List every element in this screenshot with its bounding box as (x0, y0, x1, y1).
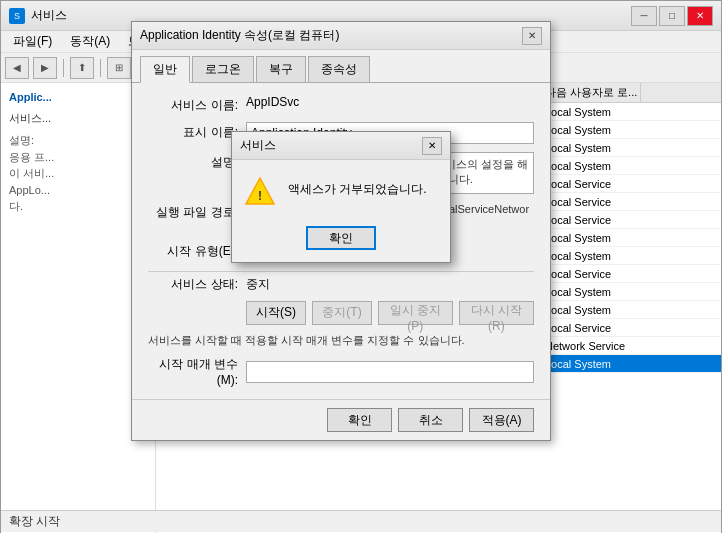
resume-button[interactable]: 다시 시작(R) (459, 301, 534, 325)
error-dialog: 서비스 ✕ ! 액세스가 거부되었습니다. 확인 (231, 131, 451, 263)
row-logon: Local System (541, 142, 641, 154)
forward-button[interactable]: ▶ (33, 57, 57, 79)
service-status-row: 서비스 상태: 중지 (148, 276, 534, 293)
up-button[interactable]: ⬆ (70, 57, 94, 79)
back-button[interactable]: ◀ (5, 57, 29, 79)
row-logon: Local Service (541, 268, 641, 280)
warning-icon: ! (244, 176, 276, 208)
toolbar-separator2 (100, 59, 101, 77)
left-panel-title: Applic... (9, 91, 147, 103)
service-status-value: 중지 (246, 276, 270, 293)
statusbar-text: 확장 시작 (9, 513, 60, 530)
apply-button[interactable]: 적용(A) (469, 408, 534, 432)
menu-file[interactable]: 파일(F) (5, 31, 60, 52)
error-message: 액세스가 거부되었습니다. (288, 176, 427, 198)
param-note: 서비스를 시작할 때 적용할 시작 매개 변수를 지정할 수 있습니다. (148, 333, 534, 348)
row-logon: Local System (541, 106, 641, 118)
pause-button[interactable]: 일시 중지(P) (378, 301, 453, 325)
row-logon: Local Service (541, 178, 641, 190)
error-dialog-title: 서비스 (240, 137, 276, 154)
divider (148, 271, 534, 272)
svg-text:!: ! (258, 189, 262, 203)
error-dialog-close[interactable]: ✕ (422, 137, 442, 155)
tab-general[interactable]: 일반 (140, 56, 190, 83)
display-name-label: 표시 이름: (148, 122, 238, 141)
properties-dialog-title: Application Identity 속성(로컬 컴퓨터) (140, 27, 339, 44)
start-params-label: 시작 매개 변수(M): (148, 356, 238, 387)
col-header-logon[interactable]: 다음 사용자로 로... (541, 83, 641, 102)
start-params-row: 시작 매개 변수(M): (148, 356, 534, 387)
start-params-input[interactable] (246, 361, 534, 383)
error-ok-button[interactable]: 확인 (306, 226, 376, 250)
row-logon: Local System (541, 358, 641, 370)
row-logon: Local Service (541, 214, 641, 226)
close-button[interactable]: ✕ (687, 6, 713, 26)
properties-dialog-titlebar: Application Identity 속성(로컬 컴퓨터) ✕ (132, 22, 550, 50)
left-panel-service-name: 서비스... (9, 111, 147, 126)
row-logon: Local System (541, 160, 641, 172)
row-logon: Local System (541, 286, 641, 298)
row-logon: Network Service (541, 340, 641, 352)
row-logon: Local Service (541, 196, 641, 208)
cancel-button[interactable]: 취소 (398, 408, 463, 432)
row-logon: Local System (541, 250, 641, 262)
row-logon: Local System (541, 124, 641, 136)
title-buttons: ─ □ ✕ (631, 6, 713, 26)
properties-dialog-close[interactable]: ✕ (522, 27, 542, 45)
exec-path-label: 실행 파일 경로: (148, 202, 238, 221)
tab-dependencies[interactable]: 종속성 (308, 56, 370, 82)
row-logon: Local Service (541, 322, 641, 334)
tab-logon[interactable]: 로그온 (192, 56, 254, 82)
service-name-value: AppIDSvc (246, 95, 534, 109)
main-window: S 서비스 ─ □ ✕ 파일(F) 동작(A) 보기(V) ◀ ▶ ⬆ ⊞ ↻ … (0, 0, 722, 533)
toolbar-separator (63, 59, 64, 77)
stop-button[interactable]: 중지(T) (312, 301, 372, 325)
statusbar: 확장 시작 (1, 510, 721, 532)
console-button[interactable]: ⊞ (107, 57, 131, 79)
app-icon: S (9, 8, 25, 24)
error-footer: 확인 (232, 220, 450, 262)
main-window-title: 서비스 (31, 7, 67, 24)
start-type-label: 시작 유형(E): (148, 241, 238, 260)
start-button[interactable]: 시작(S) (246, 301, 306, 325)
error-title-bar: 서비스 ✕ (232, 132, 450, 160)
left-panel-description: 설명: 응용 프... 이 서비... AppLo... 다. (9, 132, 147, 215)
title-bar-left: S 서비스 (9, 7, 67, 24)
service-name-label: 서비스 이름: (148, 95, 238, 114)
maximize-button[interactable]: □ (659, 6, 685, 26)
service-status-label: 서비스 상태: (148, 276, 238, 293)
menu-action[interactable]: 동작(A) (62, 31, 118, 52)
row-logon: Local System (541, 232, 641, 244)
minimize-button[interactable]: ─ (631, 6, 657, 26)
ok-button[interactable]: 확인 (327, 408, 392, 432)
service-name-row: 서비스 이름: AppIDSvc (148, 95, 534, 114)
error-body: ! 액세스가 거부되었습니다. (232, 160, 450, 220)
tab-recovery[interactable]: 복구 (256, 56, 306, 82)
description-label: 설명: (148, 152, 238, 171)
dialog-bottom-buttons: 확인 취소 적용(A) (132, 399, 550, 440)
row-logon: Local System (541, 304, 641, 316)
tab-bar: 일반 로그온 복구 종속성 (132, 50, 550, 83)
action-buttons-row: 시작(S) 중지(T) 일시 중지(P) 다시 시작(R) (246, 301, 534, 325)
